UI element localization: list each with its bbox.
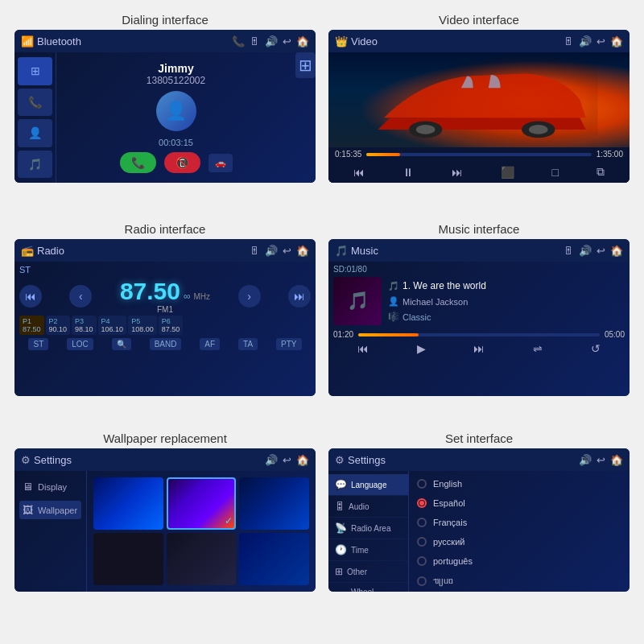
- lang-french-option[interactable]: Français: [415, 514, 623, 530]
- radio-preset-1[interactable]: P187.50: [19, 316, 44, 335]
- wallpaper-item-5[interactable]: [167, 533, 237, 585]
- wp-vol-icon[interactable]: 🔊: [265, 454, 278, 466]
- radio-unit: MHz: [194, 292, 211, 301]
- radio-preset-4[interactable]: P4106.10: [98, 316, 127, 335]
- radio-preset-3[interactable]: P398.10: [72, 316, 97, 335]
- dialing-header: 📶 Bluetooth 📞 🎚 🔊 ↩ 🏠: [14, 30, 316, 52]
- answer-button[interactable]: 📞: [120, 152, 156, 173]
- dial-keypad-btn[interactable]: ⊞: [18, 57, 52, 85]
- lang-russian-option[interactable]: русский: [415, 534, 623, 550]
- lang-other-radio[interactable]: [417, 576, 427, 586]
- set-back-icon[interactable]: ↩: [597, 454, 605, 466]
- set-time-item[interactable]: 🕐 Time: [328, 539, 408, 561]
- radio-home-icon[interactable]: 🏠: [296, 245, 309, 257]
- radio-preset-5[interactable]: P5108.00: [128, 316, 157, 335]
- video-prev-btn[interactable]: ⏮: [353, 166, 365, 179]
- wp-wallpaper-item[interactable]: 🖼 Wallpaper: [19, 501, 81, 519]
- music-time-total: 05:00: [605, 330, 625, 339]
- home-icon[interactable]: 🏠: [296, 35, 309, 47]
- video-progress-track[interactable]: [366, 153, 591, 156]
- lang-other-option[interactable]: ᥓᥩᥙᥝ: [415, 572, 623, 589]
- wallpaper-item-2[interactable]: ✓: [167, 477, 237, 530]
- music-header-icons: 🎚 🔊 ↩ 🏠: [564, 245, 623, 257]
- radio-next-btn[interactable]: ⏭: [288, 285, 311, 308]
- set-radio-area-item[interactable]: 📡 Radio Area: [328, 518, 408, 539]
- set-vol-icon[interactable]: 🔊: [579, 454, 592, 466]
- radio-vol-icon[interactable]: 🔊: [265, 245, 278, 257]
- wallpaper-item-4[interactable]: [93, 533, 163, 585]
- dial-contacts-btn[interactable]: 📞: [18, 89, 52, 117]
- video-vol-icon[interactable]: 🔊: [579, 35, 592, 47]
- set-wheel-item[interactable]: 🎮 Wheel Control: [328, 583, 408, 592]
- wallpaper-item-6[interactable]: [239, 533, 309, 585]
- set-audio-item[interactable]: 🎛 Audio: [328, 496, 408, 518]
- radio-up-btn[interactable]: ›: [238, 285, 261, 308]
- music-genre-row: 🎼 Classic: [388, 312, 486, 322]
- radio-preset-2[interactable]: P290.10: [46, 316, 71, 335]
- lang-english-radio[interactable]: [417, 479, 427, 489]
- radio-preset-6[interactable]: P687.50: [159, 316, 184, 335]
- dial-recent-btn[interactable]: 👤: [18, 119, 52, 147]
- lang-spanish-radio[interactable]: [417, 498, 427, 508]
- music-repeat-btn[interactable]: ↺: [591, 342, 601, 355]
- music-next-btn[interactable]: ⏭: [473, 342, 485, 355]
- lang-spanish-option[interactable]: Español: [415, 495, 623, 511]
- music-artist-name: Michael Jackson: [402, 297, 468, 307]
- video-time-total: 1:35:00: [597, 150, 623, 159]
- video-pip-btn[interactable]: ⧉: [597, 165, 605, 179]
- video-fullscreen-btn[interactable]: □: [551, 166, 558, 179]
- radio-search-btn[interactable]: 🔍: [112, 338, 131, 350]
- music-body: SD:01/80 🎵 🎵 1. We are the world 👤 Micha…: [328, 262, 630, 396]
- video-back-icon[interactable]: ↩: [597, 35, 605, 47]
- video-home-icon[interactable]: 🏠: [610, 35, 623, 47]
- lang-russian-radio[interactable]: [417, 537, 427, 547]
- wp-home-icon[interactable]: 🏠: [296, 454, 309, 466]
- music-home-icon[interactable]: 🏠: [610, 245, 623, 257]
- set-home-icon[interactable]: 🏠: [610, 454, 623, 466]
- keypad-icon[interactable]: ⊞: [295, 52, 316, 78]
- wp-back-icon[interactable]: ↩: [283, 454, 291, 466]
- set-other-item[interactable]: ⊞ Other: [328, 561, 408, 583]
- radio-band: FM1: [157, 305, 173, 314]
- radio-eq-icon[interactable]: 🎚: [250, 245, 260, 257]
- radio-back-icon[interactable]: ↩: [283, 245, 291, 257]
- radio-down-btn[interactable]: ‹: [69, 285, 92, 308]
- wp-display-item[interactable]: 🖥 Display: [19, 477, 81, 496]
- radio-st-btn[interactable]: ST: [28, 338, 48, 350]
- music-eq-icon[interactable]: 🎚: [564, 245, 574, 257]
- transfer-button[interactable]: 🚗: [208, 154, 233, 172]
- music-track-name: 1. We are the world: [402, 280, 486, 291]
- video-pause-btn[interactable]: ⏸: [402, 166, 414, 179]
- volume-icon[interactable]: 🔊: [265, 35, 278, 47]
- lang-french-radio[interactable]: [417, 518, 427, 527]
- dial-music-btn[interactable]: 🎵: [18, 151, 52, 179]
- music-shuffle-btn[interactable]: ⇌: [533, 342, 543, 355]
- wallpaper-item-3[interactable]: [239, 477, 309, 530]
- music-play-btn[interactable]: ▶: [417, 342, 426, 355]
- video-eq-icon[interactable]: 🎚: [564, 35, 574, 47]
- phone-icon[interactable]: 📞: [232, 35, 245, 47]
- car-video: [328, 52, 630, 147]
- dialing-header-icons: 📞 🎚 🔊 ↩ 🏠: [232, 35, 309, 47]
- radio-ta-btn[interactable]: TA: [238, 338, 258, 350]
- music-back-icon[interactable]: ↩: [597, 245, 605, 257]
- music-progress-track[interactable]: [358, 333, 600, 336]
- equalizer-icon[interactable]: 🎚: [250, 35, 260, 47]
- music-main: 🎵 🎵 1. We are the world 👤 Michael Jackso…: [333, 277, 625, 325]
- video-next-btn[interactable]: ⏭: [452, 166, 463, 179]
- radio-loc-btn[interactable]: LOC: [67, 338, 93, 350]
- radio-pty-btn[interactable]: PTY: [276, 338, 301, 350]
- set-language-item[interactable]: 💬 Language: [328, 474, 408, 496]
- radio-af-btn[interactable]: AF: [200, 338, 220, 350]
- back-icon[interactable]: ↩: [283, 35, 291, 47]
- radio-band-btn[interactable]: BAND: [150, 338, 182, 350]
- music-prev-btn[interactable]: ⏮: [357, 342, 369, 355]
- lang-portuguese-option[interactable]: português: [415, 553, 623, 569]
- music-vol-icon[interactable]: 🔊: [579, 245, 592, 257]
- lang-english-option[interactable]: English: [415, 476, 623, 492]
- hangup-button[interactable]: 📵: [164, 152, 200, 173]
- lang-portuguese-radio[interactable]: [417, 556, 427, 566]
- video-stop-btn[interactable]: ⬛: [501, 166, 514, 179]
- wallpaper-item-1[interactable]: [93, 477, 163, 530]
- radio-prev-btn[interactable]: ⏮: [19, 285, 42, 308]
